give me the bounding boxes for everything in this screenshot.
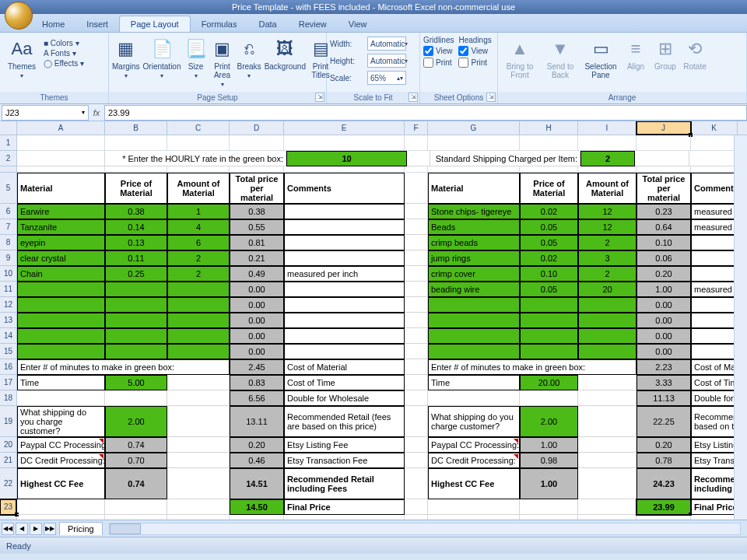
tab-nav-next[interactable]: ▶ xyxy=(30,523,42,535)
print-area-button[interactable]: ▣Print Area▾ xyxy=(211,36,234,90)
grid: ABCDEFGHIJK 1256789101112131415161718192… xyxy=(0,121,747,520)
office-button[interactable] xyxy=(5,2,33,30)
headings-view[interactable]: View xyxy=(458,46,491,56)
active-cell: 23.99 xyxy=(637,499,691,515)
group-themes-label: Themes xyxy=(0,92,108,103)
theme-colors[interactable]: ■ Colors ▾ xyxy=(44,39,84,47)
tab-insert[interactable]: Insert xyxy=(75,16,119,32)
fx-icon[interactable]: fx xyxy=(89,108,104,117)
formula-bar: J23▾ fx 23.99 xyxy=(0,104,747,121)
vertical-scrollbar[interactable] xyxy=(734,135,747,520)
scale-width[interactable]: Automatic xyxy=(367,37,406,51)
status-bar: Ready xyxy=(0,537,747,554)
title-bar: Price Template - with FEES included - Mi… xyxy=(0,0,747,14)
group-arrange-label: Arrange xyxy=(498,92,746,103)
tab-view[interactable]: View xyxy=(338,16,378,32)
tab-nav-first[interactable]: ◀◀ xyxy=(2,523,14,535)
sheet-launcher[interactable]: ⇲ xyxy=(486,93,496,102)
tab-page-layout[interactable]: Page Layout xyxy=(119,16,191,32)
group-scale-label: Scale to Fit xyxy=(327,92,419,103)
margins-button[interactable]: ▦Margins▾ xyxy=(112,36,140,90)
send-back-button[interactable]: ▼Send to Back xyxy=(542,36,579,90)
tab-data[interactable]: Data xyxy=(247,16,287,32)
tab-nav-last[interactable]: ▶▶ xyxy=(44,523,56,535)
align-button[interactable]: ≡Align xyxy=(622,36,649,90)
select-all-corner[interactable] xyxy=(0,121,17,135)
tab-nav-prev[interactable]: ◀ xyxy=(16,523,28,535)
orientation-button[interactable]: 📄Orientation▾ xyxy=(143,36,181,90)
bring-front-button[interactable]: ▲Bring to Front xyxy=(501,36,538,90)
ribbon-tabs: Home Insert Page Layout Formulas Data Re… xyxy=(0,14,747,33)
headings-print[interactable]: Print xyxy=(458,58,491,68)
formula-input[interactable]: 23.99 xyxy=(104,105,747,121)
pagesetup-launcher[interactable]: ⇲ xyxy=(315,93,324,102)
tab-review[interactable]: Review xyxy=(288,16,338,32)
theme-effects[interactable]: ◯ Effects ▾ xyxy=(44,59,84,68)
size-button[interactable]: 📃Size▾ xyxy=(184,36,208,90)
name-box[interactable]: J23▾ xyxy=(2,105,89,121)
tab-home[interactable]: Home xyxy=(31,16,75,32)
cells-area[interactable]: * Enter the HOURLY rate in the green box… xyxy=(17,135,747,520)
scale-launcher[interactable]: ⇲ xyxy=(409,93,418,102)
group-button[interactable]: ⊞Group xyxy=(652,36,679,90)
ribbon: AaThemes▾ ■ Colors ▾ A Fonts ▾ ◯ Effects… xyxy=(0,33,747,104)
headings-label: Headings xyxy=(458,36,491,44)
gridlines-label: Gridlines xyxy=(423,36,454,44)
selection-pane-button[interactable]: ▭Selection Pane xyxy=(582,36,619,90)
group-pagesetup-label: Page Setup xyxy=(109,92,326,103)
gridlines-print[interactable]: Print xyxy=(423,58,454,68)
row-headers[interactable]: 1256789101112131415161718192021222325 xyxy=(0,135,17,520)
rotate-button[interactable]: ⟲Rotate xyxy=(682,36,708,90)
horizontal-scrollbar[interactable] xyxy=(109,523,741,535)
column-headers[interactable]: ABCDEFGHIJK xyxy=(17,121,747,135)
scale-pct[interactable]: 65%▴▾ xyxy=(367,71,406,85)
sheet-tab-bar: ◀◀ ◀ ▶ ▶▶ Pricing xyxy=(0,520,747,537)
tab-formulas[interactable]: Formulas xyxy=(191,16,248,32)
gridlines-view[interactable]: View xyxy=(423,46,454,56)
themes-button[interactable]: AaThemes▾ xyxy=(3,36,40,90)
background-button[interactable]: 🖼Background xyxy=(265,36,306,90)
theme-fonts[interactable]: A Fonts ▾ xyxy=(44,49,84,58)
breaks-button[interactable]: ⎌Breaks▾ xyxy=(237,36,261,90)
scale-height[interactable]: Automatic xyxy=(367,54,406,68)
sheet-tab-pricing[interactable]: Pricing xyxy=(59,522,103,535)
